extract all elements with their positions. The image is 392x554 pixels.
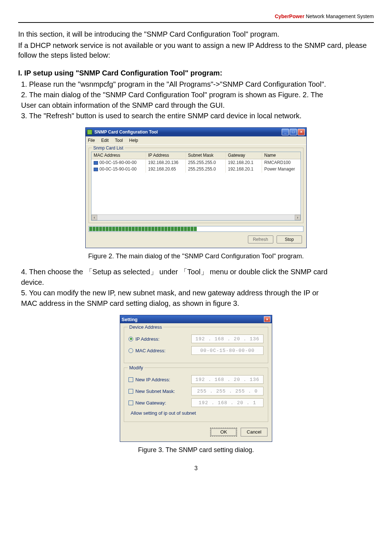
- menubar: File Edit Tool Help: [86, 136, 306, 145]
- maximize-button[interactable]: □: [290, 129, 297, 135]
- page-number: 3: [18, 464, 374, 472]
- menu-edit[interactable]: Edit: [101, 138, 109, 143]
- step-5: 5.You can modify the new IP, new subnet …: [21, 288, 374, 298]
- progress-bar: [89, 226, 303, 232]
- minimize-button[interactable]: _: [282, 129, 289, 135]
- menu-tool[interactable]: Tool: [115, 138, 123, 143]
- step-3: 3.The "Refresh" button is used to search…: [21, 111, 374, 121]
- page-header: CyberPower Network Management System: [18, 13, 374, 23]
- mac-address-radio[interactable]: MAC Address:: [128, 348, 188, 354]
- checkbox-icon: [128, 389, 133, 394]
- window-title: SNMP Card Configuration Tool: [94, 129, 281, 135]
- checkbox-icon: [128, 377, 133, 382]
- titlebar: SNMP Card Configuration Tool _ □ ×: [86, 128, 306, 136]
- new-subnet-field[interactable]: 255 . 255 . 255 . 0: [191, 387, 264, 395]
- table-row[interactable]: 00-0C-15-80-00-00 192.168.20.136 255.255…: [91, 159, 301, 166]
- step-2: 2.The main dialog of the "SNMP Card Conf…: [21, 90, 374, 100]
- step-5b: MAC address in the SNMP card setting dia…: [21, 299, 374, 308]
- new-subnet-checkbox[interactable]: New Subnet Mask:: [128, 388, 188, 395]
- figure3-caption: Figure 3. The SNMP card setting dialog.: [18, 446, 374, 454]
- app-icon: [87, 130, 92, 135]
- step-1: 1.Please run the "wsnmpcfg" program in t…: [21, 79, 374, 89]
- intro: In this section, it will be introducing …: [18, 29, 374, 60]
- group-label: Snmp Card List: [92, 145, 125, 151]
- new-ip-field[interactable]: 192 . 168 . 20 . 136: [191, 375, 264, 384]
- ip-address-field[interactable]: 192 . 168 . 20 . 136: [191, 335, 264, 343]
- group-label: Modify: [128, 365, 144, 371]
- modify-group: Modify New IP Address: 192 . 168 . 20 . …: [124, 368, 268, 422]
- ok-button[interactable]: OK: [210, 428, 237, 436]
- col-gw[interactable]: Gateway: [226, 152, 262, 159]
- section1-steps: 1.Please run the "wsnmpcfg" program in t…: [18, 79, 374, 121]
- stop-button[interactable]: Stop: [277, 235, 302, 243]
- scroll-left-icon[interactable]: ‹: [91, 215, 97, 220]
- config-tool-window: SNMP Card Configuration Tool _ □ × File …: [85, 127, 307, 248]
- step-2b: User can obtain information of the SNMP …: [21, 100, 374, 110]
- ip-address-radio[interactable]: IP Address:: [128, 336, 188, 342]
- snmp-card-list: MAC Address IP Address Subnet Mask Gatew…: [91, 152, 301, 221]
- scroll-right-icon[interactable]: ›: [295, 215, 301, 220]
- cancel-button[interactable]: Cancel: [241, 428, 268, 436]
- section2-steps: 4.Then choose the 「Setup as selected」 un…: [18, 267, 374, 308]
- col-sub[interactable]: Subnet Mask: [186, 152, 226, 159]
- step-4b: device.: [21, 278, 374, 287]
- setting-dialog: Setting × Device Address IP Address: 192…: [120, 315, 272, 442]
- close-button[interactable]: ×: [298, 129, 305, 135]
- step-4: 4.Then choose the 「Setup as selected」 un…: [21, 267, 374, 277]
- radio-icon: [128, 348, 133, 353]
- col-mac[interactable]: MAC Address: [91, 152, 146, 159]
- new-gateway-checkbox[interactable]: New Gateway:: [128, 400, 188, 406]
- menu-file[interactable]: File: [88, 138, 95, 143]
- intro-p2: If a DHCP network service is not availab…: [18, 41, 374, 60]
- snmp-card-list-group: Snmp Card List MAC Address IP Address Su…: [89, 148, 303, 223]
- dialog-title: Setting: [122, 316, 264, 323]
- dialog-titlebar: Setting ×: [120, 315, 272, 323]
- radio-icon: [128, 337, 133, 341]
- col-name[interactable]: Name: [262, 152, 301, 159]
- header-rest: Network Management System: [305, 13, 374, 19]
- new-ip-checkbox[interactable]: New IP Address:: [128, 377, 188, 383]
- figure2-caption: Figure 2. The main dialog of the "SNMP C…: [18, 252, 374, 260]
- device-icon: [94, 161, 98, 165]
- section1-title: I. IP setup using "SNMP Card Configurati…: [18, 68, 374, 78]
- mac-address-field[interactable]: 00-0C-15-80-00-00: [191, 346, 264, 355]
- list-header: MAC Address IP Address Subnet Mask Gatew…: [91, 152, 301, 159]
- menu-help[interactable]: Help: [129, 138, 138, 143]
- header-brand: CyberPower: [275, 13, 305, 19]
- device-address-group: Device Address IP Address: 192 . 168 . 2…: [124, 327, 268, 363]
- intro-p1: In this section, it will be introducing …: [18, 29, 374, 39]
- device-icon: [94, 168, 98, 171]
- allow-out-of-subnet-checkbox[interactable]: Allow setting of ip out of subnet: [128, 410, 264, 416]
- checkbox-icon: [128, 401, 133, 405]
- col-ip[interactable]: IP Address: [146, 152, 186, 159]
- refresh-button[interactable]: Refresh: [248, 235, 273, 243]
- new-gateway-field[interactable]: 192 . 168 . 20 . 1: [191, 398, 264, 407]
- table-row[interactable]: 00-0C-15-90-01-00 192.168.20.65 255.255.…: [91, 166, 301, 172]
- horizontal-scrollbar[interactable]: ‹ ›: [91, 214, 301, 220]
- group-label: Device Address: [128, 324, 163, 331]
- close-button[interactable]: ×: [264, 316, 270, 322]
